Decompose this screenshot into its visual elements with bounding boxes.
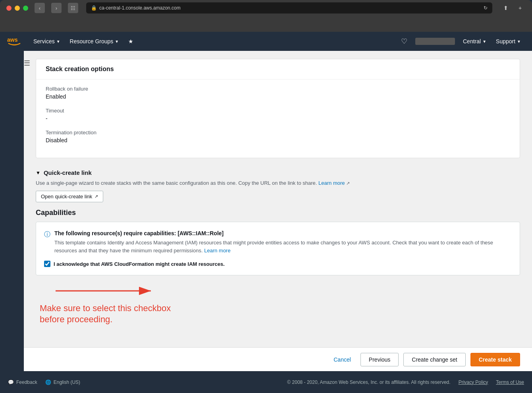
card-body: Rollback on failure Enabled Timeout - Te… bbox=[36, 79, 520, 158]
star-icon: ★ bbox=[128, 38, 133, 45]
feedback-item[interactable]: 💬 Feedback bbox=[8, 379, 37, 385]
address-bar[interactable]: 🔒 ca-central-1.console.aws.amazon.com ↻ bbox=[86, 2, 492, 14]
iam-acknowledge-checkbox[interactable] bbox=[44, 261, 50, 267]
alert-desc: This template contains Identity and Acce… bbox=[54, 239, 512, 254]
copyright-text: © 2008 - 2020, Amazon Web Services, Inc.… bbox=[287, 379, 450, 385]
timeout-label: Timeout bbox=[46, 108, 510, 114]
annotation-arrow-svg bbox=[40, 279, 167, 303]
reload-icon[interactable]: ↻ bbox=[484, 5, 488, 11]
forward-button[interactable]: › bbox=[51, 3, 62, 13]
minimize-button[interactable] bbox=[15, 6, 20, 11]
learn-more-link[interactable]: Learn more bbox=[318, 180, 345, 186]
terms-link[interactable]: Terms of Use bbox=[496, 379, 524, 385]
region-chevron: ▼ bbox=[482, 39, 486, 44]
capabilities-learn-more[interactable]: Learn more bbox=[204, 248, 230, 254]
termination-field: Termination protection Disabled bbox=[46, 130, 510, 143]
maximize-button[interactable] bbox=[23, 6, 28, 11]
url-text: ca-central-1.console.aws.amazon.com bbox=[99, 5, 181, 11]
external-link-icon: ↗ bbox=[346, 181, 350, 186]
user-account-masked bbox=[415, 38, 455, 45]
timeout-value: - bbox=[46, 115, 510, 122]
capabilities-alert: ⓘ The following resource(s) require capa… bbox=[44, 230, 512, 254]
page-footer: 💬 Feedback 🌐 English (US) © 2008 - 2020,… bbox=[0, 371, 532, 393]
info-icon: ⓘ bbox=[44, 230, 50, 239]
open-quick-create-button[interactable]: Open quick-create link ↗ bbox=[36, 191, 103, 202]
rollback-field: Rollback on failure Enabled bbox=[46, 86, 510, 100]
support-nav[interactable]: Support ▼ bbox=[491, 32, 526, 51]
support-chevron: ▼ bbox=[517, 39, 521, 44]
svg-text:aws: aws bbox=[7, 37, 18, 43]
rollback-value: Enabled bbox=[46, 93, 510, 100]
aws-logo-svg: aws bbox=[6, 34, 22, 49]
new-tab-button[interactable]: + bbox=[515, 2, 526, 14]
previous-button[interactable]: Previous bbox=[360, 353, 399, 366]
termination-value: Disabled bbox=[46, 137, 510, 143]
resource-groups-chevron: ▼ bbox=[115, 39, 119, 44]
annotation-container: Make sure to select this checkbox before… bbox=[40, 279, 171, 325]
stack-creation-options-card: Stack creation options Rollback on failu… bbox=[36, 59, 520, 158]
iam-checkbox-row: I acknowledge that AWS CloudFormation mi… bbox=[44, 261, 512, 267]
collapse-icon: ▼ bbox=[36, 170, 40, 176]
sidebar-toggle[interactable]: ☰ bbox=[24, 59, 30, 68]
capabilities-section: Capabilities ⓘ The following resource(s)… bbox=[36, 209, 520, 275]
alert-content: The following resource(s) require capabi… bbox=[54, 230, 512, 254]
card-header: Stack creation options bbox=[36, 59, 520, 79]
favorites-nav[interactable]: ★ bbox=[123, 32, 138, 51]
notifications-bell[interactable]: ♡ bbox=[396, 37, 412, 46]
services-chevron: ▼ bbox=[56, 39, 60, 44]
tab-grid-button[interactable]: ☷ bbox=[68, 3, 78, 13]
globe-icon: 🌐 bbox=[45, 379, 51, 385]
language-item[interactable]: 🌐 English (US) bbox=[45, 379, 80, 385]
card-title: Stack creation options bbox=[46, 66, 510, 73]
termination-label: Termination protection bbox=[46, 130, 510, 136]
quick-create-desc: Use a single-page wizard to create stack… bbox=[36, 180, 520, 186]
feedback-icon: 💬 bbox=[8, 379, 14, 385]
region-nav[interactable]: Central ▼ bbox=[458, 32, 491, 51]
quick-create-toggle[interactable]: ▼ Quick-create link bbox=[36, 169, 520, 176]
create-stack-button[interactable]: Create stack bbox=[470, 353, 520, 366]
share-button[interactable]: ⬆ bbox=[500, 2, 511, 14]
iam-checkbox-label: I acknowledge that AWS CloudFormation mi… bbox=[54, 261, 225, 267]
quick-create-section: ▼ Quick-create link Use a single-page wi… bbox=[36, 166, 520, 209]
annotation-text: Make sure to select this checkbox before… bbox=[40, 303, 171, 325]
capabilities-title: Capabilities bbox=[36, 209, 520, 217]
lock-icon: 🔒 bbox=[91, 5, 97, 11]
cancel-button[interactable]: Cancel bbox=[329, 353, 356, 366]
quick-create-title: Quick-create link bbox=[44, 169, 92, 176]
services-nav[interactable]: Services ▼ bbox=[29, 32, 65, 51]
back-button[interactable]: ‹ bbox=[35, 3, 45, 13]
close-button[interactable] bbox=[6, 6, 12, 11]
privacy-link[interactable]: Privacy Policy bbox=[459, 379, 488, 385]
timeout-field: Timeout - bbox=[46, 108, 510, 122]
create-change-set-button[interactable]: Create change set bbox=[403, 353, 465, 366]
action-bar: Cancel Previous Create change set Create… bbox=[24, 347, 532, 371]
resource-groups-nav[interactable]: Resource Groups ▼ bbox=[65, 32, 124, 51]
aws-logo: aws bbox=[6, 34, 22, 49]
capabilities-box: ⓘ The following resource(s) require capa… bbox=[36, 222, 520, 275]
external-icon: ↗ bbox=[94, 194, 98, 199]
alert-title: The following resource(s) require capabi… bbox=[54, 230, 512, 236]
rollback-label: Rollback on failure bbox=[46, 86, 510, 92]
